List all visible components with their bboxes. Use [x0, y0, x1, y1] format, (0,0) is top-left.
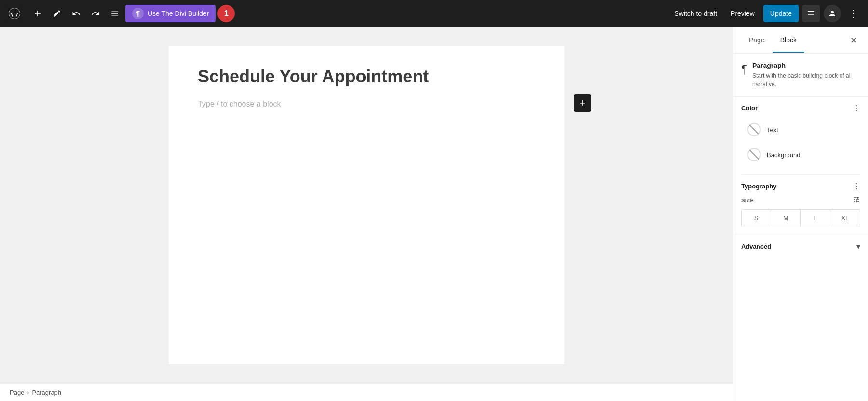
text-color-label: Text: [767, 126, 778, 134]
color-section-title: Color: [741, 105, 758, 112]
edit-tool-button[interactable]: [48, 5, 66, 22]
size-label-row: SIZE: [733, 196, 868, 209]
size-label-text: SIZE: [741, 198, 754, 203]
paragraph-info: ¶ Paragraph Start with the basic buildin…: [733, 54, 868, 97]
wp-logo[interactable]: [6, 5, 23, 22]
size-l-button[interactable]: L: [801, 210, 830, 227]
tab-page[interactable]: Page: [741, 28, 773, 53]
sidebar-header: Page Block ✕: [733, 27, 868, 54]
preview-button[interactable]: Preview: [726, 7, 760, 20]
text-color-option[interactable]: Text: [741, 118, 860, 142]
redo-button[interactable]: [87, 5, 104, 22]
size-xl-button[interactable]: XL: [830, 210, 860, 227]
switch-to-draft-button[interactable]: Switch to draft: [669, 7, 722, 20]
undo-button[interactable]: [68, 5, 85, 22]
typography-section-title: Typography: [741, 183, 776, 190]
breadcrumb-bar: Page › Paragraph: [0, 384, 733, 401]
divi-button-label: Use The Divi Builder: [148, 10, 209, 17]
size-m-button[interactable]: M: [771, 210, 800, 227]
user-avatar-button[interactable]: [824, 5, 841, 22]
top-toolbar: ¶ Use The Divi Builder 1 Switch to draft…: [0, 0, 868, 27]
color-section-header: Color ⋮: [733, 97, 868, 118]
background-color-option[interactable]: Background: [741, 143, 860, 167]
document-overview-button[interactable]: [106, 5, 123, 22]
right-sidebar: Page Block ✕ ¶ Paragraph Start with the …: [733, 27, 868, 401]
background-color-swatch: [747, 148, 761, 161]
add-block-toolbar-button[interactable]: [29, 5, 46, 22]
typography-section-header: Typography ⋮: [733, 175, 868, 196]
notification-badge[interactable]: 1: [217, 5, 235, 22]
chevron-down-icon: ▾: [856, 242, 860, 251]
divi-icon: ¶: [132, 8, 144, 19]
size-options: S M L XL: [741, 209, 860, 227]
editor-canvas[interactable]: Schedule Your Appointment Type / to choo…: [0, 27, 733, 384]
text-color-swatch: [747, 123, 761, 136]
color-options: Text Background: [733, 118, 868, 174]
sidebar-toggle-button[interactable]: [802, 5, 820, 22]
close-icon: ✕: [850, 35, 857, 46]
editor-content: Schedule Your Appointment Type / to choo…: [169, 46, 564, 364]
more-options-button[interactable]: ⋮: [845, 5, 862, 22]
block-description: Start with the basic building block of a…: [752, 71, 860, 89]
editor-area: Schedule Your Appointment Type / to choo…: [0, 27, 733, 401]
paragraph-text: Paragraph Start with the basic building …: [752, 62, 860, 89]
advanced-section-header[interactable]: Advanced ▾: [733, 235, 868, 258]
update-button[interactable]: Update: [763, 5, 799, 22]
page-title[interactable]: Schedule Your Appointment: [198, 66, 535, 88]
toolbar-right: Switch to draft Preview Update ⋮: [669, 5, 862, 22]
advanced-section-title: Advanced: [741, 243, 771, 250]
paragraph-icon: ¶: [741, 63, 747, 76]
main-layout: Schedule Your Appointment Type / to choo…: [0, 27, 868, 401]
add-block-canvas-button[interactable]: +: [574, 94, 591, 112]
sidebar-tabs: Page Block: [741, 28, 847, 52]
close-sidebar-button[interactable]: ✕: [847, 34, 860, 47]
breadcrumb-page[interactable]: Page: [10, 389, 24, 396]
typography-more-button[interactable]: ⋮: [853, 182, 860, 191]
size-s-button[interactable]: S: [742, 210, 771, 227]
size-filter-button[interactable]: [853, 196, 860, 205]
block-placeholder[interactable]: Type / to choose a block: [198, 100, 535, 108]
background-color-label: Background: [767, 151, 800, 159]
tab-block[interactable]: Block: [773, 28, 804, 53]
breadcrumb-current[interactable]: Paragraph: [32, 389, 61, 396]
breadcrumb-separator: ›: [27, 389, 29, 396]
color-more-button[interactable]: ⋮: [853, 104, 860, 113]
divi-builder-button[interactable]: ¶ Use The Divi Builder: [125, 5, 216, 22]
block-name: Paragraph: [752, 62, 860, 69]
